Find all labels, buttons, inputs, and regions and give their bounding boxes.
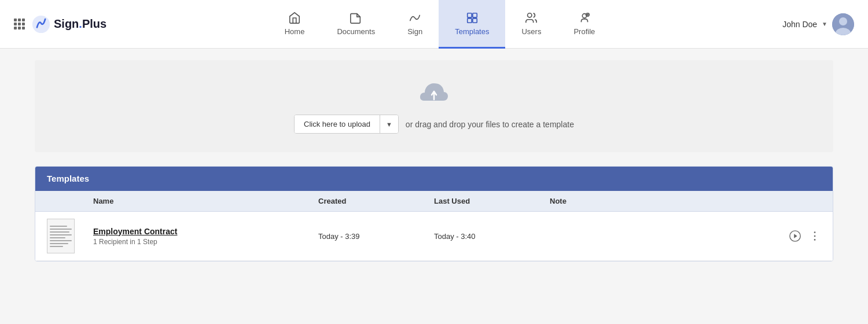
main-content: Click here to upload ▼ or drag and drop … [0,49,868,273]
upload-zone: Click here to upload ▼ or drag and drop … [35,60,833,152]
doc-name-cell: Employment Contract 1 Recipient in 1 Ste… [93,227,318,246]
doc-last-used: Today - 3:40 [434,232,550,241]
home-icon [288,11,301,25]
users-icon [524,11,538,25]
nav-profile[interactable]: Profile [557,0,611,49]
profile-icon [578,11,591,25]
svg-rect-3 [468,19,472,23]
upload-dropdown-button[interactable]: ▼ [380,115,398,133]
nav-templates[interactable]: Templates [439,0,505,49]
col-name: Name [93,197,318,205]
col-note: Note [550,197,775,205]
svg-rect-2 [473,13,477,17]
nav-templates-label: Templates [455,27,489,36]
row-actions [775,230,821,242]
svg-rect-1 [468,13,472,17]
svg-rect-4 [473,19,477,23]
svg-point-9 [839,17,847,25]
nav-sign-label: Sign [407,27,422,36]
avatar[interactable] [832,13,854,35]
doc-sub: 1 Recipient in 1 Step [93,238,318,246]
drag-drop-text: or drag and drop your files to create a … [406,120,574,129]
nav-profile-label: Profile [573,27,595,36]
more-options-button[interactable] [808,230,821,242]
doc-name[interactable]: Employment Contract [93,227,318,236]
doc-thumbnail [47,219,93,253]
logo-text: Sign.Plus [54,17,106,31]
templates-icon [465,11,479,25]
user-name: John Doe [782,20,817,29]
nav-users[interactable]: Users [505,0,557,49]
nav-documents-label: Documents [337,27,375,36]
col-thumb [47,197,93,205]
svg-point-5 [528,13,532,17]
col-actions [775,197,821,205]
header-left: Sign.Plus [14,15,130,34]
documents-icon [349,11,363,25]
sign-icon [408,11,422,25]
upload-row: Click here to upload ▼ or drag and drop … [294,115,574,134]
user-menu-chevron[interactable]: ▼ [822,21,827,27]
upload-btn-group: Click here to upload ▼ [294,115,399,134]
table-column-headers: Name Created Last Used Note [35,191,833,212]
table-section-header: Templates [35,167,833,191]
header: Sign.Plus Home Documents [0,0,868,49]
apps-grid-icon[interactable] [14,19,25,30]
svg-marker-12 [794,234,797,238]
templates-table: Templates Name Created Last Used Note [35,166,833,262]
nav-sign[interactable]: Sign [391,0,439,49]
upload-button[interactable]: Click here to upload [295,115,380,133]
play-button[interactable] [789,230,801,242]
col-last-used: Last Used [434,197,550,205]
main-nav: Home Documents Sign [130,0,750,48]
nav-home-label: Home [285,27,305,36]
svg-point-14 [814,235,816,237]
nav-home[interactable]: Home [269,0,321,49]
nav-documents[interactable]: Documents [321,0,391,49]
table-title: Templates [47,174,89,183]
table-row: Employment Contract 1 Recipient in 1 Ste… [35,212,833,261]
header-right: John Doe ▼ [750,13,854,35]
nav-users-label: Users [521,27,541,36]
doc-created: Today - 3:39 [318,232,434,241]
col-created: Created [318,197,434,205]
svg-point-15 [814,239,816,241]
logo[interactable]: Sign.Plus [32,15,106,34]
svg-point-13 [814,231,816,233]
upload-cloud-icon [419,79,449,105]
